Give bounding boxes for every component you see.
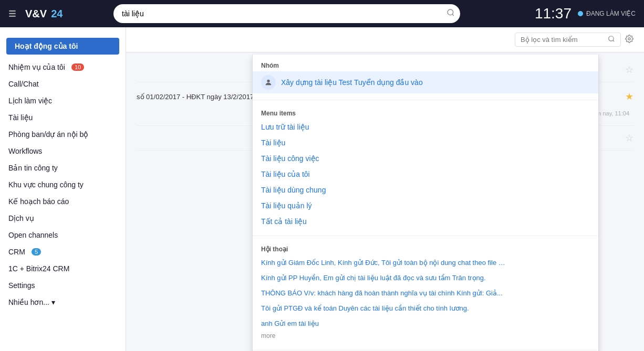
sidebar-item-crm[interactable]: CRM 5 bbox=[0, 243, 126, 260]
sidebar-item-more-label: Nhiều hơn... ▾ bbox=[8, 298, 55, 306]
sidebar-item-workflows[interactable]: Workflows bbox=[0, 143, 126, 159]
svg-line-1 bbox=[452, 14, 454, 16]
star-icon[interactable]: ☆ bbox=[625, 64, 633, 76]
dropdown-chat-text-3: THÔNG BÁO V/v: khách hàng đã hoàn thành … bbox=[261, 289, 503, 297]
group-avatar-icon bbox=[261, 75, 276, 90]
sidebar-item-common-area[interactable]: Khu vực chung công ty bbox=[0, 176, 126, 193]
dropdown-menu-text-1: Lưu trữ tài liệu bbox=[261, 123, 309, 131]
dropdown-group-item-text: Xây dựng tài liệu Test Tuyển dụng đầu và… bbox=[281, 78, 423, 87]
dropdown-chat-item-3[interactable]: THÔNG BÁO V/v: khách hàng đã hoàn thành … bbox=[253, 285, 598, 301]
svg-point-2 bbox=[609, 36, 614, 41]
search-button[interactable] bbox=[446, 8, 455, 19]
dropdown-chat-text-4: Tôi gửi PTGĐ và kế toán Duyên các tài li… bbox=[261, 304, 469, 312]
dropdown-divider-2 bbox=[253, 236, 598, 236]
sidebar-item-crm-label: CRM bbox=[8, 248, 25, 256]
sidebar: Hoạt động của tôi Nhiệm vụ của tôi 10 Ca… bbox=[0, 27, 126, 351]
sidebar-item-settings[interactable]: Settings bbox=[0, 277, 126, 294]
dropdown-menu-item-7[interactable]: Tất cả tài liệu bbox=[253, 214, 598, 229]
dropdown-label-chat: Hội thoại bbox=[253, 242, 598, 255]
dropdown-chat-text-5: anh Gửi em tài liệu bbox=[261, 320, 319, 327]
sidebar-item-callchat[interactable]: Call/Chat bbox=[0, 76, 126, 92]
dropdown-menu-item-3[interactable]: Tài liệu công việc bbox=[253, 151, 598, 166]
settings-icon[interactable] bbox=[625, 35, 633, 45]
dropdown-menu-item-6[interactable]: Tài liệu quản lý bbox=[253, 198, 598, 214]
svg-point-5 bbox=[267, 80, 269, 82]
dropdown-section-chat: Hội thoại Kính gửi Giám Đốc Linh, Kính g… bbox=[253, 238, 598, 348]
sidebar-item-reports[interactable]: Kế hoạch báo cáo bbox=[0, 193, 126, 210]
dropdown-menu-text-2: Tài liệu bbox=[261, 139, 285, 147]
search-container bbox=[113, 4, 460, 23]
dropdown-chat-item-4[interactable]: Tôi gửi PTGĐ và kế toán Duyên các tài li… bbox=[253, 301, 598, 316]
sidebar-item-news[interactable]: Bản tin công ty bbox=[0, 159, 126, 176]
star-icon-3[interactable]: ☆ bbox=[625, 132, 633, 144]
dropdown-label-menu: Menu items bbox=[253, 107, 598, 119]
dropdown-chat-item-1[interactable]: Kính gửi Giám Đốc Linh, Kính gửi Đức, Tô… bbox=[253, 255, 598, 270]
header: ☰ V&V 24 11:37 ĐANG LÀM VIỆC bbox=[0, 0, 644, 27]
sidebar-item-tasks[interactable]: Nhiệm vụ của tôi 10 bbox=[0, 59, 126, 76]
search-dropdown: Nhóm Xây dựng tài liệu Test Tuyển dụng đ… bbox=[252, 55, 599, 351]
sidebar-item-news-label: Bản tin công ty bbox=[8, 164, 58, 172]
dropdown-chat-item-2[interactable]: Kính gửi PP Huyền, Em gửi chị tài liệu l… bbox=[253, 270, 598, 285]
clock-display: 11:37 bbox=[535, 5, 572, 22]
content-header bbox=[126, 27, 644, 52]
sidebar-item-1c-label: 1C + Bitrix24 CRM bbox=[8, 264, 69, 273]
sidebar-item-open-channels-label: Open channels bbox=[8, 231, 58, 239]
filter-search-input[interactable] bbox=[521, 36, 605, 44]
sidebar-item-departments-label: Phòng ban/dự án nội bộ bbox=[8, 130, 88, 139]
sidebar-item-services[interactable]: Dịch vụ bbox=[0, 210, 126, 227]
hamburger-icon[interactable]: ☰ bbox=[8, 9, 16, 19]
sidebar-badge-tasks: 10 bbox=[71, 63, 84, 71]
header-right: 11:37 ĐANG LÀM VIỆC bbox=[535, 5, 636, 22]
sidebar-item-callchat-label: Call/Chat bbox=[8, 80, 39, 88]
sidebar-item-documents[interactable]: Tài liệu bbox=[0, 109, 126, 126]
dropdown-item-group-1[interactable]: Xây dựng tài liệu Test Tuyển dụng đầu và… bbox=[253, 71, 598, 93]
sidebar-item-1c[interactable]: 1C + Bitrix24 CRM bbox=[0, 260, 126, 277]
brand-num: 24 bbox=[51, 8, 63, 20]
status-text: ĐANG LÀM VIỆC bbox=[586, 10, 636, 17]
sidebar-item-workflows-label: Workflows bbox=[8, 147, 42, 155]
dropdown-chat-item-5[interactable]: anh Gửi em tài liệu bbox=[253, 316, 598, 331]
dropdown-menu-text-6: Tài liệu quản lý bbox=[261, 201, 312, 210]
dropdown-section-menu: Menu items Lưu trữ tài liệu Tài liệu Tài… bbox=[253, 102, 598, 233]
content-area: ☆ số 01/02/2017 - HĐKT ngày 13/2/2017. V… bbox=[126, 27, 644, 351]
dropdown-menu-item-5[interactable]: Tài liệu dùng chung bbox=[253, 182, 598, 198]
svg-line-3 bbox=[613, 40, 615, 42]
dropdown-divider-1 bbox=[253, 100, 598, 100]
svg-point-4 bbox=[628, 38, 630, 40]
star-filled-icon[interactable]: ★ bbox=[625, 91, 633, 102]
sidebar-item-documents-label: Tài liệu bbox=[8, 113, 33, 122]
dropdown-chat-text-1: Kính gửi Giám Đốc Linh, Kính gửi Đức, Tô… bbox=[261, 259, 505, 267]
main-body: Hoạt động của tôi Nhiệm vụ của tôi 10 Ca… bbox=[0, 27, 644, 351]
dropdown-chat-text-2: Kính gửi PP Huyền, Em gửi chị tài liệu l… bbox=[261, 274, 486, 282]
dropdown-menu-item-2[interactable]: Tài liệu bbox=[253, 135, 598, 151]
dropdown-menu-text-4: Tài liệu của tôi bbox=[261, 170, 310, 178]
sidebar-item-tasks-label: Nhiệm vụ của tôi bbox=[8, 63, 65, 71]
search-input[interactable] bbox=[113, 4, 460, 23]
sidebar-item-common-area-label: Khu vực chung công ty bbox=[8, 180, 84, 189]
brand-name: V&V bbox=[25, 8, 47, 20]
logo-area: ☰ V&V 24 bbox=[8, 8, 113, 20]
sidebar-item-settings-label: Settings bbox=[8, 281, 35, 290]
svg-point-0 bbox=[448, 9, 453, 15]
sidebar-active-section: Hoạt động của tôi bbox=[6, 38, 119, 55]
dropdown-menu-item-1[interactable]: Lưu trữ tài liệu bbox=[253, 119, 598, 135]
dropdown-menu-item-4[interactable]: Tài liệu của tôi bbox=[253, 166, 598, 182]
sidebar-item-schedule[interactable]: Lịch làm việc bbox=[0, 92, 126, 109]
dropdown-divider-3 bbox=[253, 350, 598, 350]
sidebar-item-services-label: Dịch vụ bbox=[8, 214, 34, 222]
sidebar-badge-crm: 5 bbox=[32, 248, 41, 256]
dropdown-section-group: Nhóm Xây dựng tài liệu Test Tuyển dụng đ… bbox=[253, 55, 598, 98]
sidebar-item-departments[interactable]: Phòng ban/dự án nội bộ bbox=[0, 126, 126, 143]
sidebar-item-schedule-label: Lịch làm việc bbox=[8, 97, 52, 105]
dropdown-menu-text-7: Tất cả tài liệu bbox=[261, 217, 307, 226]
sidebar-item-more[interactable]: Nhiều hơn... ▾ bbox=[0, 294, 126, 311]
sidebar-item-reports-label: Kế hoạch báo cáo bbox=[8, 197, 69, 206]
status-dot-icon bbox=[578, 11, 583, 16]
filter-search-container bbox=[515, 33, 621, 47]
dropdown-more-link[interactable]: more bbox=[253, 331, 598, 344]
sidebar-item-open-channels[interactable]: Open channels bbox=[0, 227, 126, 243]
dropdown-label-group: Nhóm bbox=[253, 59, 598, 71]
dropdown-menu-text-3: Tài liệu công việc bbox=[261, 154, 319, 163]
status-badge: ĐANG LÀM VIỆC bbox=[578, 10, 636, 17]
filter-search-icon[interactable] bbox=[608, 35, 615, 44]
